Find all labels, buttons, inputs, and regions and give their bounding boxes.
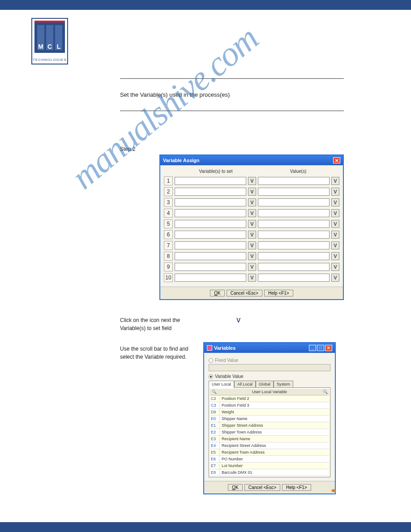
cancel-button[interactable]: Cancel <Esc> xyxy=(244,484,280,491)
close-icon[interactable]: ✕ xyxy=(333,157,340,163)
variable-to-set-field[interactable] xyxy=(175,274,246,282)
list-item[interactable]: E5Recipient Town Address xyxy=(210,449,329,456)
value-picker-button[interactable]: V xyxy=(331,209,339,217)
search-icon[interactable]: 🔍 xyxy=(211,390,217,394)
variable-name: Lot Number xyxy=(220,463,329,469)
value-field[interactable] xyxy=(258,231,330,239)
value-picker-button[interactable]: V xyxy=(331,241,339,249)
maximize-icon[interactable]: □ xyxy=(317,345,324,351)
logo-letter: M xyxy=(37,25,44,50)
variable-picker-button[interactable]: V xyxy=(248,263,256,271)
variable-to-set-field[interactable] xyxy=(175,263,246,271)
variable-name: Weight xyxy=(220,409,329,415)
variable-code: E1 xyxy=(210,422,220,429)
list-item[interactable]: C2Position Field 2 xyxy=(210,395,329,402)
radio-variable-value[interactable] xyxy=(209,374,213,379)
logo-letter: C xyxy=(46,25,53,50)
dialog-buttons: OK Cancel <Esc> Help <F1> xyxy=(160,287,343,299)
tab-all-local[interactable]: All Local xyxy=(234,381,256,388)
mcl-logo: M C L TECHNOLOGIES xyxy=(31,18,68,64)
variable-name: PO Number xyxy=(220,456,329,462)
tab-user-local[interactable]: User Local xyxy=(209,381,234,388)
variable-code: E3 xyxy=(210,436,220,442)
variable-name: Position Field 3 xyxy=(220,402,329,408)
list-item[interactable]: E0Shipper Name xyxy=(210,416,329,422)
list-item[interactable]: C3Position Field 3 xyxy=(210,402,329,409)
variable-to-set-field[interactable] xyxy=(175,220,246,228)
variable-row: 7VV xyxy=(164,241,339,250)
search-icon[interactable]: 🔍 xyxy=(322,390,328,394)
help-button[interactable]: Help <F1> xyxy=(264,290,293,296)
row-number: 4 xyxy=(164,209,173,218)
radio-label: Variable Value xyxy=(215,374,244,379)
tab-system[interactable]: System xyxy=(274,381,293,388)
value-field[interactable] xyxy=(258,220,330,228)
fixed-value-input xyxy=(209,364,330,371)
variable-code: E6 xyxy=(210,456,220,462)
variable-to-set-field[interactable] xyxy=(175,241,246,249)
variable-picker-button[interactable]: V xyxy=(248,220,256,228)
value-field[interactable] xyxy=(258,177,330,185)
row-number: 7 xyxy=(164,241,173,250)
value-field[interactable] xyxy=(258,263,330,271)
variables-dialog: Variables _ □ ✕ Fixed Value Variable Val… xyxy=(203,342,336,494)
list-item[interactable]: E2Shipper Town Address xyxy=(210,429,329,436)
value-field[interactable] xyxy=(258,241,330,249)
variable-to-set-field[interactable] xyxy=(175,252,246,260)
row-number: 1 xyxy=(164,176,173,185)
variable-picker-button[interactable]: V xyxy=(248,274,256,282)
value-field[interactable] xyxy=(258,252,330,260)
variable-code: E5 xyxy=(210,449,220,455)
logo-letter: L xyxy=(55,25,62,50)
radio-fixed-value[interactable] xyxy=(209,358,213,363)
ok-button[interactable]: OK xyxy=(210,290,224,296)
value-picker-button[interactable]: V xyxy=(331,263,339,271)
variable-name: Recipient Name xyxy=(220,436,329,442)
variable-to-set-field[interactable] xyxy=(175,231,246,239)
value-field[interactable] xyxy=(258,198,330,206)
list-item[interactable]: E6PO Number xyxy=(210,456,329,463)
value-picker-button[interactable]: V xyxy=(331,198,339,206)
value-field[interactable] xyxy=(258,274,330,282)
row-number: 6 xyxy=(164,230,173,239)
variable-picker-button[interactable]: V xyxy=(248,177,256,185)
list-item[interactable]: E7Lot Number xyxy=(210,463,329,469)
close-icon[interactable]: ✕ xyxy=(325,345,332,351)
value-picker-button[interactable]: V xyxy=(331,177,339,185)
variable-name: Recipient Street Address xyxy=(220,442,329,449)
variable-picker-button[interactable]: V xyxy=(248,252,256,260)
ok-button[interactable]: OK xyxy=(228,484,242,491)
list-item[interactable]: E4Recipient Street Address xyxy=(210,442,329,449)
list-item[interactable]: E8Barcode DMX 01 xyxy=(210,469,329,476)
help-button[interactable]: Help <F1> xyxy=(282,484,311,491)
variable-to-set-field[interactable] xyxy=(175,209,246,217)
list-item[interactable]: E1Shipper Street Address xyxy=(210,422,329,429)
variable-to-set-field[interactable] xyxy=(175,198,246,206)
list-item[interactable]: E3Recipient Name xyxy=(210,436,329,442)
value-picker-button[interactable]: V xyxy=(331,220,339,228)
list-item[interactable]: D9Weight xyxy=(210,409,329,416)
variable-picker-button[interactable]: V xyxy=(248,209,256,217)
variable-list: C2Position Field 2C3Position Field 3D9We… xyxy=(210,395,329,476)
tab-global[interactable]: Global xyxy=(256,381,274,388)
row-number: 10 xyxy=(164,273,173,282)
dialog-title: Variable Assign xyxy=(163,158,200,163)
value-field[interactable] xyxy=(258,188,330,196)
variable-to-set-field[interactable] xyxy=(175,188,246,196)
value-picker-button[interactable]: V xyxy=(331,188,339,196)
variable-picker-button[interactable]: V xyxy=(248,241,256,249)
variable-picker-button[interactable]: V xyxy=(248,198,256,206)
row-number: 3 xyxy=(164,198,173,207)
cancel-button[interactable]: Cancel <Esc> xyxy=(227,290,262,296)
value-field[interactable] xyxy=(258,209,330,217)
value-picker-button[interactable]: V xyxy=(331,252,339,260)
variable-picker-button[interactable]: V xyxy=(248,231,256,239)
app-icon xyxy=(207,345,212,351)
variable-to-set-field[interactable] xyxy=(175,177,246,185)
minimize-icon[interactable]: _ xyxy=(309,345,316,351)
variable-picker-button[interactable]: V xyxy=(248,188,256,196)
page-bottom-bar xyxy=(0,522,411,532)
variable-code: E0 xyxy=(210,416,220,422)
value-picker-button[interactable]: V xyxy=(331,231,339,239)
value-picker-button[interactable]: V xyxy=(331,274,339,282)
